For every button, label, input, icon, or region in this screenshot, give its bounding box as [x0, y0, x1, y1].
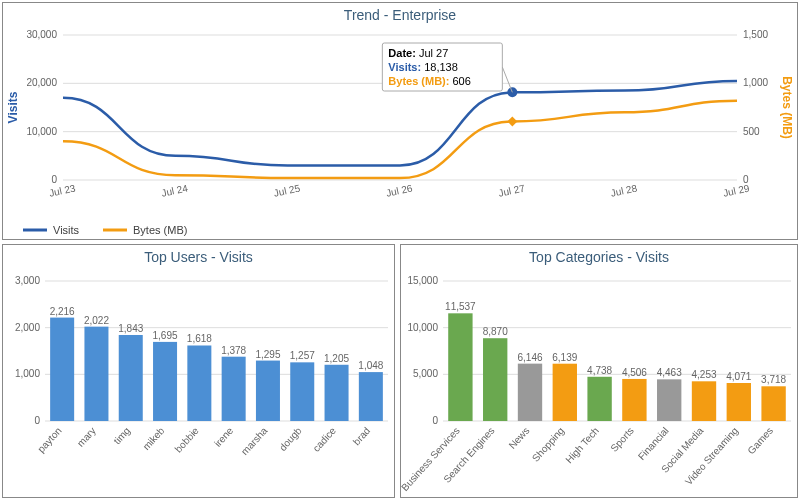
- svg-rect-43: [84, 327, 108, 421]
- svg-rect-52: [187, 345, 211, 421]
- svg-text:1,205: 1,205: [324, 353, 349, 364]
- svg-rect-61: [290, 362, 314, 421]
- svg-rect-67: [359, 372, 383, 421]
- svg-text:2,022: 2,022: [84, 315, 109, 326]
- svg-text:10,000: 10,000: [407, 322, 438, 333]
- svg-text:Shopping: Shopping: [530, 425, 566, 464]
- svg-rect-81: [483, 338, 507, 421]
- trend-legend: VisitsBytes (MB): [3, 220, 797, 240]
- svg-rect-90: [587, 377, 611, 421]
- svg-text:4,738: 4,738: [587, 365, 612, 376]
- svg-text:1,618: 1,618: [187, 333, 212, 344]
- svg-text:Sports: Sports: [608, 425, 636, 454]
- svg-text:4,506: 4,506: [622, 367, 647, 378]
- svg-text:Bytes (MB): Bytes (MB): [133, 224, 187, 236]
- svg-text:High Tech: High Tech: [563, 425, 601, 465]
- svg-rect-58: [256, 361, 280, 421]
- svg-point-21: [507, 87, 517, 97]
- svg-text:brad: brad: [351, 425, 373, 447]
- svg-text:Financial: Financial: [636, 425, 671, 462]
- svg-text:Jul 26: Jul 26: [385, 182, 414, 198]
- svg-text:11,537: 11,537: [445, 301, 476, 312]
- svg-text:1,295: 1,295: [255, 349, 280, 360]
- svg-text:marsha: marsha: [239, 425, 270, 457]
- svg-text:1,048: 1,048: [358, 360, 383, 371]
- svg-text:Visits: Visits: [53, 224, 80, 236]
- svg-text:bobbie: bobbie: [173, 425, 202, 455]
- svg-rect-40: [50, 318, 74, 421]
- top-categories-panel: Top Categories - Visits 05,00010,00015,0…: [400, 244, 798, 498]
- svg-text:500: 500: [743, 126, 760, 137]
- svg-text:15,000: 15,000: [407, 275, 438, 286]
- top-categories-title: Top Categories - Visits: [401, 245, 797, 267]
- svg-text:mary: mary: [75, 425, 98, 449]
- svg-rect-102: [727, 383, 751, 421]
- svg-text:payton: payton: [35, 425, 63, 455]
- svg-text:3,000: 3,000: [15, 275, 40, 286]
- svg-text:Date: Jul 27: Date: Jul 27: [388, 47, 448, 59]
- trend-panel: Trend - Enterprise 010,00020,00030,00005…: [2, 2, 798, 240]
- svg-text:1,000: 1,000: [15, 368, 40, 379]
- svg-rect-78: [448, 313, 472, 421]
- svg-text:Jul 29: Jul 29: [722, 182, 751, 198]
- svg-text:0: 0: [432, 415, 438, 426]
- svg-text:4,071: 4,071: [726, 371, 751, 382]
- top-users-panel: Top Users - Visits 01,0002,0003,0002,216…: [2, 244, 395, 498]
- svg-text:20,000: 20,000: [26, 77, 57, 88]
- svg-rect-93: [622, 379, 646, 421]
- svg-text:0: 0: [34, 415, 40, 426]
- svg-text:1,257: 1,257: [290, 350, 315, 361]
- svg-text:10,000: 10,000: [26, 126, 57, 137]
- top-categories-chart: 05,00010,00015,00011,537Business Service…: [401, 267, 797, 497]
- svg-text:irene: irene: [212, 425, 235, 449]
- svg-text:Business Services: Business Services: [401, 425, 462, 493]
- svg-rect-55: [222, 357, 246, 421]
- svg-text:Games: Games: [745, 425, 775, 456]
- svg-text:1,000: 1,000: [743, 77, 768, 88]
- svg-marker-22: [507, 116, 517, 126]
- svg-rect-105: [761, 386, 785, 421]
- svg-text:Jul 28: Jul 28: [610, 182, 639, 198]
- svg-text:Jul 27: Jul 27: [497, 182, 526, 198]
- svg-text:Jul 25: Jul 25: [273, 182, 302, 198]
- top-users-chart: 01,0002,0003,0002,216payton2,022mary1,84…: [3, 267, 394, 497]
- svg-text:Bytes (MB): Bytes (MB): [780, 76, 794, 139]
- svg-text:30,000: 30,000: [26, 29, 57, 40]
- svg-line-27: [502, 67, 512, 92]
- svg-rect-87: [553, 364, 577, 421]
- svg-text:1,843: 1,843: [118, 323, 143, 334]
- svg-text:2,216: 2,216: [50, 306, 75, 317]
- svg-rect-46: [119, 335, 143, 421]
- trend-chart: 010,00020,00030,00005001,0001,500Jul 23J…: [3, 25, 797, 220]
- svg-text:4,253: 4,253: [691, 369, 716, 380]
- svg-text:timg: timg: [111, 425, 132, 446]
- svg-text:cadice: cadice: [311, 425, 339, 454]
- top-users-title: Top Users - Visits: [3, 245, 394, 267]
- trend-title: Trend - Enterprise: [3, 3, 797, 25]
- svg-rect-96: [657, 379, 681, 421]
- svg-rect-49: [153, 342, 177, 421]
- svg-rect-64: [325, 365, 349, 421]
- svg-text:2,000: 2,000: [15, 322, 40, 333]
- svg-text:6,139: 6,139: [552, 352, 577, 363]
- svg-text:dougb: dougb: [277, 425, 304, 453]
- svg-text:1,695: 1,695: [153, 330, 178, 341]
- svg-text:mikeb: mikeb: [141, 425, 167, 453]
- svg-text:3,718: 3,718: [761, 374, 786, 385]
- svg-text:News: News: [507, 425, 532, 451]
- svg-text:Visits: Visits: [6, 91, 20, 123]
- svg-text:Jul 24: Jul 24: [160, 182, 189, 198]
- svg-rect-84: [518, 364, 542, 421]
- svg-text:1,500: 1,500: [743, 29, 768, 40]
- svg-rect-99: [692, 381, 716, 421]
- svg-text:Visits: 18,138: Visits: 18,138: [388, 61, 458, 73]
- svg-text:Bytes (MB): 606: Bytes (MB): 606: [388, 75, 471, 87]
- svg-text:1,378: 1,378: [221, 345, 246, 356]
- svg-text:5,000: 5,000: [413, 368, 438, 379]
- svg-text:8,870: 8,870: [483, 326, 508, 337]
- svg-text:0: 0: [51, 174, 57, 185]
- svg-text:4,463: 4,463: [657, 367, 682, 378]
- svg-text:6,146: 6,146: [517, 352, 542, 363]
